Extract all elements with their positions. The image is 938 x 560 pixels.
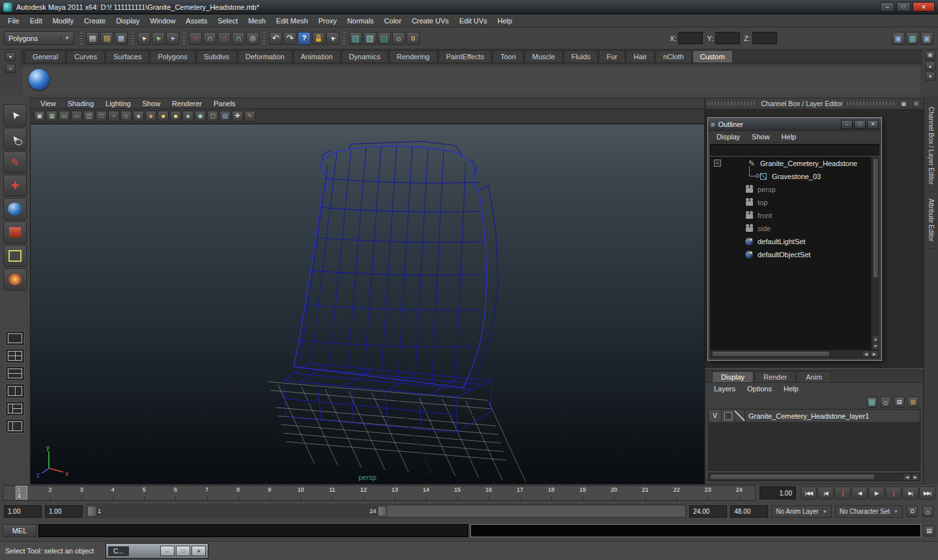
gate-mask-icon[interactable] <box>83 111 94 122</box>
timeline-frame-label[interactable]: 2 <box>35 486 66 500</box>
range-slider-track[interactable]: 1 24 <box>86 505 686 518</box>
command-input[interactable] <box>38 524 468 537</box>
soft-modification-tool[interactable] <box>3 268 27 290</box>
outliner-menu-item[interactable]: Help <box>776 132 803 141</box>
menu-item[interactable]: Proxy <box>313 16 342 26</box>
mini-restore-button[interactable]: □ <box>176 546 190 556</box>
toggle-tool-settings-icon[interactable] <box>906 32 919 45</box>
layer-editor-menu-item[interactable]: Help <box>778 384 804 393</box>
select-tool[interactable] <box>3 104 27 126</box>
layout-outliner-persp-button[interactable] <box>5 419 25 434</box>
minimized-window[interactable]: C... – □ ✕ <box>106 543 208 559</box>
safe-action-icon[interactable] <box>96 111 107 122</box>
shelf-scroll-down-icon[interactable]: ▼ <box>925 72 935 81</box>
universal-manipulator-tool[interactable] <box>3 245 27 267</box>
tab-attribute-editor[interactable]: Attribute Editor <box>926 192 937 249</box>
toolbar-separator[interactable] <box>183 33 185 44</box>
outliner-item-camera[interactable]: top <box>710 196 879 209</box>
layer-visibility-toggle[interactable]: V <box>709 410 722 422</box>
z-input[interactable] <box>752 32 777 44</box>
timeline-frame-label[interactable]: 10 <box>285 486 317 500</box>
panel-menu-item[interactable]: Lighting <box>100 99 137 108</box>
layer-display-type-toggle[interactable] <box>735 410 745 422</box>
menu-item[interactable]: Edit Mesh <box>271 16 313 26</box>
scrollbar-thumb[interactable] <box>712 351 830 357</box>
step-forward-one-frame-button[interactable]: ▶| <box>902 486 918 499</box>
channel-box-header[interactable]: Channel Box / Layer Editor ▣ ✕ <box>705 98 924 109</box>
safe-title-icon[interactable] <box>108 111 119 122</box>
current-time-field[interactable]: 1.00 <box>760 486 796 499</box>
shelf-editor-icon[interactable]: ▦ <box>925 51 935 60</box>
outliner-item-transform[interactable]: Granite_Cemetery_Headstone <box>710 157 879 170</box>
shelf-tab[interactable]: Polygons <box>150 50 195 63</box>
x-input[interactable] <box>678 32 703 44</box>
mini-minimize-button[interactable]: – <box>160 546 175 556</box>
timeline-frame-label[interactable]: 5 <box>128 486 160 500</box>
layer-editor-tab[interactable]: Display <box>712 371 754 382</box>
xray-icon[interactable] <box>195 111 206 122</box>
menu-item[interactable]: Create UVs <box>406 16 454 26</box>
outliner-item-set[interactable]: defaultObjectSet <box>710 248 879 261</box>
panel-menu-item[interactable]: Panels <box>208 99 242 108</box>
undo-icon[interactable] <box>269 32 282 45</box>
paint-effects-panel-icon[interactable] <box>406 32 419 45</box>
float-panel-icon[interactable]: ▣ <box>900 100 908 107</box>
timeline-frame-label[interactable]: 13 <box>379 486 410 500</box>
shelf-tab[interactable]: Toon <box>492 50 524 63</box>
scroll-left-icon[interactable]: ◀ <box>862 350 870 357</box>
shelf-tab[interactable]: Fluids <box>563 50 598 63</box>
timeline-frame-label[interactable]: 22 <box>661 486 692 500</box>
play-forwards-button[interactable]: ▶ <box>868 486 885 499</box>
snap-to-view-planes-icon[interactable] <box>232 32 245 45</box>
resolution-gate-icon[interactable] <box>71 111 82 122</box>
make-object-live-icon[interactable] <box>246 32 259 45</box>
toggle-attribute-editor-icon[interactable] <box>892 32 905 45</box>
step-back-one-key-button[interactable]: | <box>834 486 851 499</box>
select-by-component-type-icon[interactable] <box>166 32 179 45</box>
timeline-frame-label[interactable]: 18 <box>535 486 567 500</box>
outliner-hscrollbar[interactable]: ◀ ▶ <box>710 350 879 358</box>
shelf-item-sphere[interactable] <box>27 68 51 91</box>
image-plane-icon[interactable] <box>220 111 231 122</box>
scroll-right-icon[interactable]: ▶ <box>870 350 879 357</box>
shelf-tab[interactable]: Curves <box>66 50 105 63</box>
highlight-selection-icon[interactable] <box>326 32 339 45</box>
timeline-frame-label[interactable]: 9 <box>254 486 285 500</box>
scrollbar-thumb[interactable] <box>873 158 879 278</box>
scroll-left-icon[interactable]: ◀ <box>903 473 911 481</box>
2d-pan-zoom-icon[interactable] <box>232 111 243 122</box>
menu-item[interactable]: Modify <box>48 16 79 26</box>
menu-item[interactable]: Create <box>79 16 111 26</box>
use-all-lights-icon[interactable] <box>170 111 181 122</box>
shelf-tab[interactable]: Rendering <box>389 50 438 63</box>
outliner-item-camera[interactable]: side <box>710 222 879 235</box>
play-backwards-button[interactable]: ◀ <box>851 486 868 499</box>
animation-preferences-icon[interactable] <box>922 506 933 517</box>
menu-item[interactable]: Mesh <box>243 16 271 26</box>
layer-list-hscrollbar[interactable]: ◀ ▶ <box>708 473 920 481</box>
minimize-button[interactable] <box>880 2 894 12</box>
menu-item[interactable]: Help <box>492 16 518 26</box>
scale-tool[interactable] <box>3 221 27 244</box>
layer-editor-menu-item[interactable]: Options <box>741 384 778 393</box>
outliner-menu-item[interactable]: Show <box>746 132 776 141</box>
panel-menu-item[interactable]: Shading <box>62 99 100 108</box>
outliner-item-shape[interactable]: Gravestone_03 <box>710 170 879 183</box>
collapse-toggle-icon[interactable] <box>714 160 721 167</box>
playback-range-bar[interactable]: 1 24 <box>87 506 387 516</box>
shelf-menu-icon[interactable]: ≡ <box>5 64 16 73</box>
shelf-tab[interactable]: Surfaces <box>106 50 149 63</box>
shadows-icon[interactable] <box>182 111 193 122</box>
maximize-button[interactable] <box>896 2 911 12</box>
menu-item[interactable]: Window <box>145 16 180 26</box>
timeline-frame-label[interactable]: 23 <box>692 486 724 500</box>
open-scene-icon[interactable] <box>100 32 113 45</box>
toolbar-separator[interactable] <box>80 33 82 44</box>
select-by-object-type-icon[interactable] <box>152 32 165 45</box>
render-current-frame-icon[interactable] <box>363 32 377 45</box>
layout-four-pane-button[interactable] <box>5 348 25 363</box>
outliner-item-set[interactable]: defaultLightSet <box>710 235 879 248</box>
isolate-select-icon[interactable] <box>207 111 218 122</box>
timeline-frame-label[interactable]: 6 <box>160 486 191 500</box>
timeline-frame-label[interactable]: 21 <box>630 486 661 500</box>
